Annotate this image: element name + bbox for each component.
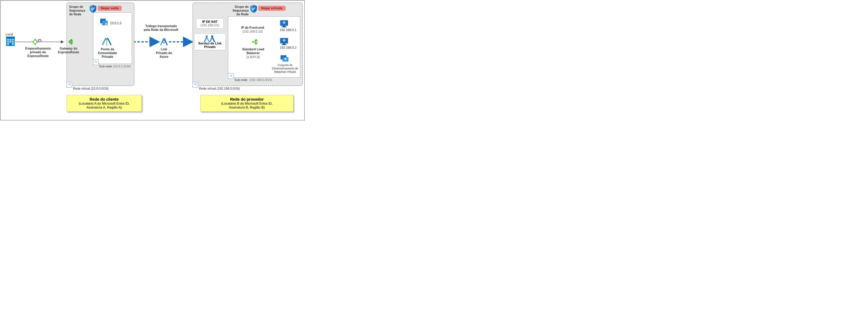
- subnet-right-text: Sub-rede (192.168.0.0/24): [235, 78, 272, 82]
- svg-rect-22: [7, 43, 9, 44]
- provider-net-sub: (Locatário B do Microsoft Entra ID, Assi…: [205, 102, 289, 109]
- subnet-left-text: Sub-rede: [99, 65, 112, 68]
- svg-point-37: [252, 45, 254, 46]
- svg-point-10: [105, 24, 107, 25]
- nsg-left-title: Grupo de Segurança de Rede: [69, 5, 85, 16]
- svg-point-32: [163, 38, 164, 39]
- subnet-right-cidr: (192.168.0.0/24): [249, 78, 272, 81]
- shield-icon: [90, 5, 96, 13]
- er-gateway-icon: [64, 38, 73, 46]
- vnet-icon-right: [192, 82, 198, 87]
- fe-title: IP de Front-end: [236, 26, 269, 30]
- svg-rect-46: [282, 44, 286, 45]
- vm-icon-2: [280, 38, 288, 45]
- nic-icon: [100, 19, 108, 26]
- vm1-ip: 192.168.0.1: [280, 28, 297, 32]
- shield-icon-right: [250, 5, 257, 13]
- svg-rect-45: [283, 43, 285, 44]
- subnet-left-cidr: (10.0.1.0/24): [113, 65, 131, 68]
- slb-label: Standard Load Balancer: [239, 47, 268, 55]
- apl-label: Link Privado do Azure: [153, 47, 175, 59]
- svg-rect-23: [12, 43, 13, 44]
- svg-point-35: [252, 41, 254, 43]
- svg-rect-15: [6, 37, 15, 38]
- svg-rect-17: [10, 39, 11, 40]
- er-peering-label: Emparelhamento privado do ExpressRoute: [22, 46, 54, 58]
- azure-private-link-icon: [160, 38, 168, 46]
- slb-sub: (ILB/PLB): [239, 55, 268, 59]
- deny-outbound-badge: Negar saída: [98, 6, 122, 11]
- vnet-icon-left: [66, 82, 72, 87]
- svg-rect-21: [12, 41, 13, 42]
- nic-ip: 10.0.1.5: [110, 21, 121, 25]
- nat-ip: (192.168.0.5): [199, 24, 221, 27]
- subnet-left-label: Sub-rede (10.0.1.0/24): [99, 65, 131, 68]
- traffic-label: Tráfego transportado pela Rede da Micros…: [141, 24, 181, 32]
- private-endpoint-icon: [101, 37, 112, 46]
- vnet-right-label: Rede virtual (192.168.0.0/16): [199, 87, 240, 91]
- pls-label: Serviço de Link Privado: [197, 42, 223, 49]
- pls-icon: [204, 35, 215, 42]
- svg-point-25: [34, 39, 36, 40]
- client-network-box: Rede do cliente (Locatário A do Microsof…: [66, 95, 142, 112]
- deny-inbound-badge: Negar entrada: [258, 6, 286, 11]
- svg-rect-20: [10, 41, 11, 42]
- svg-point-11: [106, 39, 108, 40]
- svg-rect-18: [12, 39, 13, 40]
- svg-point-13: [106, 44, 107, 46]
- client-net-sub: (Locatário A do Microsoft Entra ID, Assi…: [71, 102, 137, 109]
- svg-rect-16: [7, 39, 9, 40]
- nat-title: IP DE NAT: [199, 20, 221, 24]
- local-label: Local: [5, 32, 13, 36]
- er-peering-icon: [32, 38, 41, 45]
- vmss-label: Conjunto de Dimensionamento de Máquinas …: [270, 64, 300, 73]
- pe-label: Ponto de Extremidade Privado: [95, 47, 120, 59]
- provider-network-box: Rede do provedor (Locatário B do Microso…: [200, 95, 293, 112]
- client-net-title: Rede do cliente: [71, 97, 137, 102]
- nat-card: IP DE NAT (192.168.0.5): [196, 19, 223, 29]
- svg-point-39: [256, 41, 257, 42]
- nsg-right-title: Grupo de Segurança de Rede: [231, 5, 249, 16]
- fe-ip: (192.168.0.10): [236, 30, 269, 33]
- svg-point-36: [252, 38, 254, 39]
- vm2-ip: 192.168.0.2: [280, 46, 297, 49]
- svg-rect-24: [10, 43, 11, 46]
- svg-point-38: [249, 41, 250, 42]
- subnet-icon-right: [228, 73, 234, 79]
- vm-icon-1: [280, 20, 288, 27]
- building-icon: [6, 37, 15, 46]
- vmss-icon: [281, 55, 289, 63]
- provider-net-title: Rede do provedor: [205, 97, 289, 102]
- subnet-icon-left: [93, 60, 99, 65]
- svg-rect-41: [283, 26, 285, 27]
- vnet-left-label: Rede virtual (10.0.0.0/16): [73, 87, 109, 91]
- er-gateway-label: Gateway do ExpressRoute: [56, 46, 81, 54]
- svg-rect-42: [282, 27, 286, 27]
- svg-rect-19: [7, 41, 9, 42]
- subnet-right-label: Sub-rede: [235, 78, 247, 81]
- load-balancer-icon: [249, 38, 257, 46]
- svg-point-28: [34, 43, 36, 45]
- diagram: Grupo de Segurança de Rede Negar saída S…: [0, 0, 305, 120]
